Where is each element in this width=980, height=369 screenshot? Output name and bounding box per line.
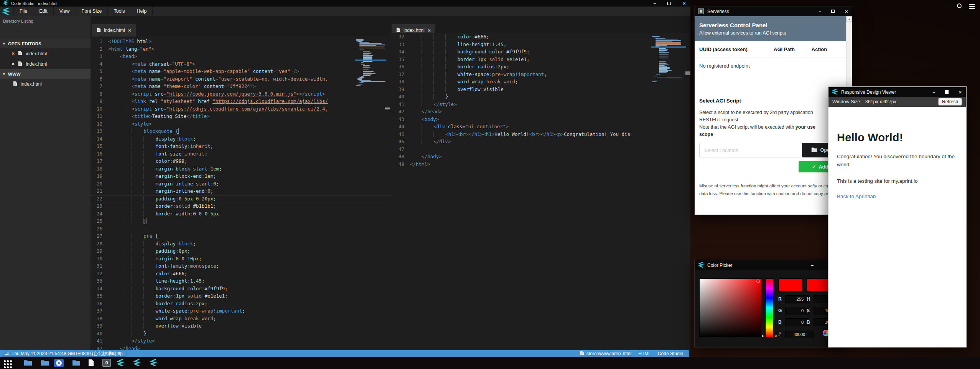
- taskbar-media-app-icon[interactable]: [54, 359, 64, 367]
- taskbar-app-launcher-icon[interactable]: [4, 360, 12, 368]
- restore-icon[interactable]: [667, 2, 671, 5]
- maximize-icon[interactable]: [945, 90, 949, 94]
- code-line-35[interactable]: 35 border:1px solid #e1e1e1;: [91, 292, 390, 300]
- code-line-44[interactable]: 44 <div class="ui container">: [390, 123, 690, 131]
- code-line-25[interactable]: 25 }: [91, 217, 390, 225]
- code-line-32[interactable]: 32 color:#666;: [390, 33, 690, 41]
- hue-marker-right-icon[interactable]: ◀: [774, 334, 776, 338]
- code-line-46[interactable]: 46 </div>: [390, 138, 690, 146]
- close-icon[interactable]: ✕: [12, 62, 15, 66]
- minimize-icon[interactable]: –: [811, 263, 814, 268]
- code-line-36[interactable]: 36 border-radius:2px;: [390, 63, 690, 71]
- taskbar-serverless-app-icon[interactable]: 0: [102, 359, 111, 367]
- menu-view[interactable]: View: [54, 7, 76, 16]
- code-line-5[interactable]: 5 <meta name="apple-mobile-web-app-capab…: [91, 68, 390, 75]
- loading-circle-icon[interactable]: [957, 3, 962, 8]
- taskbar-code-studio-app-3-icon[interactable]: [150, 359, 157, 368]
- code-line-29[interactable]: 29 padding:8px;: [91, 247, 390, 255]
- code-line-12[interactable]: 12 <style>: [91, 120, 390, 128]
- close-icon[interactable]: ✕: [12, 51, 15, 56]
- hue-slider[interactable]: [765, 278, 774, 337]
- minimize-icon[interactable]: –: [654, 1, 656, 6]
- close-icon[interactable]: ×: [845, 8, 848, 14]
- color-picker-title-bar[interactable]: Color Picker –: [695, 260, 847, 270]
- scroll-up-icon[interactable]: ▲: [847, 16, 852, 22]
- code-line-40[interactable]: 40 }: [91, 330, 390, 338]
- minimize-icon[interactable]: –: [933, 90, 936, 94]
- saturation-cursor-icon[interactable]: [756, 280, 760, 283]
- code-line-34[interactable]: 34 background-color:#f9f9f9;: [91, 285, 390, 293]
- code-line-45[interactable]: 45 <h1><br></h1><h1>Hello World!<br></h1…: [390, 131, 690, 138]
- field-value-input[interactable]: 0▴▾: [785, 318, 809, 326]
- taskbar-code-studio-app-1-icon[interactable]: [117, 359, 124, 368]
- close-icon[interactable]: ×: [682, 0, 686, 6]
- status-language[interactable]: HTML: [638, 351, 651, 356]
- code-line-49[interactable]: 49</html>: [390, 161, 690, 168]
- code-line-19[interactable]: 19 margin-block-end:1em;: [91, 172, 390, 180]
- hamburger-menu-icon[interactable]: [969, 4, 975, 10]
- status-file-path[interactable]: store:/www/index.html: [580, 351, 631, 357]
- code-line-41[interactable]: 41 </style>: [390, 101, 690, 108]
- scrollbar-thumb[interactable]: [385, 108, 390, 109]
- code-line-27[interactable]: 27 pre {: [91, 232, 390, 240]
- code-line-48[interactable]: 48 </body>: [390, 153, 690, 161]
- sidebar-file-item[interactable]: index.html: [0, 79, 91, 89]
- code-line-35[interactable]: 35 border:1px solid #e1e1e1;: [390, 56, 690, 63]
- menu-help[interactable]: Help: [131, 7, 153, 16]
- code-line-40[interactable]: 40 }: [390, 93, 690, 101]
- code-line-7[interactable]: 7 <meta name="theme-color" content="#ff9…: [91, 83, 390, 90]
- code-line-2[interactable]: 2<html lang="en">: [91, 45, 390, 53]
- code-line-34[interactable]: 34 background-color:#f9f9f9;: [390, 48, 690, 56]
- minimap-1[interactable]: [356, 39, 385, 86]
- taskbar-code-studio-app-2-icon[interactable]: [133, 359, 140, 368]
- code-line-23[interactable]: 23 border:solid #b1b1b1;: [91, 202, 390, 210]
- select-location-input[interactable]: [699, 143, 801, 157]
- code-line-42[interactable]: 42 </head>–: [390, 108, 690, 116]
- taskbar-folder-1-icon[interactable]: [24, 359, 32, 367]
- refresh-button[interactable]: Refresh: [938, 98, 962, 106]
- code-line-3[interactable]: 3 <head>: [91, 53, 390, 60]
- menu-tools[interactable]: Tools: [108, 7, 131, 16]
- back-to-aprintlab-link[interactable]: Back to Aprintlab: [837, 194, 876, 199]
- field-value-input[interactable]: 0▴▾: [785, 307, 809, 314]
- code-line-42[interactable]: 42 </head>: [91, 345, 390, 351]
- code-line-38[interactable]: 38 word-wrap:break-word;: [91, 315, 390, 323]
- taskbar-folder-2-icon[interactable]: [41, 359, 49, 367]
- code-line-32[interactable]: 32 color:#666;: [91, 270, 390, 278]
- code-line-31[interactable]: 31 font-family:monospace;: [91, 262, 390, 270]
- viewer-title-bar[interactable]: Responsive Design Viewer – ×: [828, 87, 966, 97]
- code-line-11[interactable]: 11 <title>Testing Site</title>: [91, 113, 390, 120]
- code-line-15[interactable]: 15 font-family:inherit;: [91, 142, 390, 150]
- code-line-47[interactable]: 47: [390, 146, 690, 153]
- code-line-9[interactable]: 9 <link rel="stylesheet" href="https://c…: [91, 98, 390, 105]
- close-icon[interactable]: ×: [959, 89, 962, 95]
- sidebar-section-www[interactable]: ▾WWW: [0, 69, 91, 79]
- code-line-8[interactable]: 8 <script src="https://code.jquery.com/j…: [91, 90, 390, 98]
- fold-icon[interactable]: –: [391, 108, 394, 116]
- code-line-41[interactable]: 41 </style>: [91, 337, 390, 345]
- code-line-1[interactable]: 1<!DOCTYPE html>: [91, 38, 390, 45]
- code-line-18[interactable]: 18 margin-block-start:1em;: [91, 165, 390, 173]
- code-line-22[interactable]: 22 padding:0 5px 0 20px;: [91, 195, 390, 203]
- tab-index-html-1[interactable]: index.html ✕: [92, 24, 136, 36]
- code-line-4[interactable]: 4 <meta charset="UTF-8">: [91, 60, 390, 68]
- code-editor-1[interactable]: 1<!DOCTYPE html>2<html lang="en">3 <head…: [91, 36, 390, 350]
- sidebar-file-item[interactable]: ✕index.html: [0, 59, 91, 69]
- menu-edit[interactable]: Edit: [33, 7, 54, 16]
- taskbar-folder-3-icon[interactable]: [72, 359, 81, 367]
- code-line-30[interactable]: 30 margin:0 0 10px;: [91, 255, 390, 263]
- scrollbar-thumb[interactable]: [685, 71, 690, 75]
- code-line-38[interactable]: 38 word-wrap:break-word;: [390, 78, 690, 86]
- code-line-37[interactable]: 37 white-space:pre-wrap!important;: [390, 71, 690, 78]
- code-editor-2[interactable]: 32 color:#666;33 line-height:1.45;34 bac…: [390, 33, 690, 350]
- saturation-field[interactable]: [699, 278, 761, 337]
- code-line-37[interactable]: 37 white-space:pre-wrap!important;: [91, 307, 390, 315]
- code-line-33[interactable]: 33 line-height:1.45;: [390, 41, 690, 48]
- sidebar-section-open-editors[interactable]: ▾OPEN EDITORS: [0, 39, 91, 48]
- hex-input[interactable]: ff0000: [785, 331, 814, 338]
- code-line-33[interactable]: 33 line-height:1.45;: [91, 277, 390, 285]
- code-line-39[interactable]: 39 overflow:visible: [91, 322, 390, 330]
- minimize-icon[interactable]: –: [819, 9, 822, 14]
- code-line-28[interactable]: 28 display:block;: [91, 240, 390, 248]
- hue-marker-left-icon[interactable]: ▶: [762, 334, 764, 338]
